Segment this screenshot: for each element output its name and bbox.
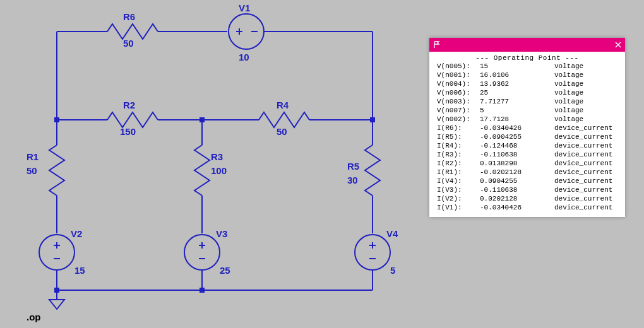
label-V2-name: V2 <box>71 228 82 239</box>
op-row: I(R2):0.0138298device_current <box>434 159 620 168</box>
op-row: V(n004):13.9362voltage <box>434 79 620 88</box>
label-R4-name: R4 <box>277 100 289 110</box>
svg-rect-41 <box>200 288 205 293</box>
label-V3-name: V3 <box>216 228 227 239</box>
label-V4-value: 5 <box>390 265 395 276</box>
op-window[interactable]: --- Operating Point --- V(n005):15voltag… <box>429 38 625 217</box>
svg-marker-36 <box>49 300 64 309</box>
label-R6-name: R6 <box>123 11 135 22</box>
op-row: I(R6):-0.0340426device_current <box>434 124 620 132</box>
label-V3-value: 25 <box>220 265 230 276</box>
close-icon[interactable] <box>615 42 621 48</box>
op-row: I(V2):0.0202128device_current <box>434 194 620 203</box>
label-R2-name: R2 <box>123 100 135 110</box>
label-V4-name: V4 <box>386 228 398 239</box>
op-row: I(V3):-0.110638device_current <box>434 185 620 194</box>
svg-point-15 <box>39 235 75 270</box>
label-V1-value: 10 <box>239 52 249 62</box>
svg-point-29 <box>355 235 390 270</box>
op-row: V(n007):5voltage <box>434 106 620 115</box>
op-row: V(n006):25voltage <box>434 88 620 97</box>
label-R5-value: 30 <box>347 175 358 185</box>
op-row: V(n003):7.71277voltage <box>434 97 620 106</box>
op-row: I(V1):-0.0340426device_current <box>434 203 620 212</box>
label-R5-name: R5 <box>347 161 359 172</box>
label-R3-name: R3 <box>211 151 223 162</box>
svg-rect-38 <box>200 117 205 122</box>
op-row: I(R5):-0.0904255device_current <box>434 132 620 141</box>
op-row: I(V4):0.0904255device_current <box>434 177 620 185</box>
label-R1-value: 50 <box>27 165 37 176</box>
svg-rect-40 <box>54 288 59 293</box>
label-R1-name: R1 <box>27 151 39 162</box>
op-row: V(n005):15voltage <box>434 62 620 71</box>
spice-directive[interactable]: .op <box>27 312 41 322</box>
op-row: I(R4):-0.124468device_current <box>434 141 620 150</box>
label-R3-value: 100 <box>211 165 227 176</box>
label-R4-value: 50 <box>277 126 287 137</box>
svg-rect-37 <box>54 117 59 122</box>
op-row: I(R3):-0.110638device_current <box>434 150 620 159</box>
op-row: V(n002):17.7128voltage <box>434 115 620 124</box>
op-window-header: --- Operating Point --- <box>434 54 620 62</box>
label-V1-name: V1 <box>239 3 250 13</box>
op-table: V(n005):15voltageV(n001):16.0106voltageV… <box>434 62 620 212</box>
canvas: R6 50 V1 10 R2 150 R4 50 R1 50 R3 100 R5… <box>0 0 644 328</box>
label-V2-value: 15 <box>75 265 85 276</box>
svg-point-2 <box>229 14 264 49</box>
label-R2-value: 150 <box>120 126 136 137</box>
op-row: I(R1):-0.0202128device_current <box>434 168 620 177</box>
op-window-titlebar[interactable] <box>429 38 625 52</box>
svg-rect-39 <box>370 117 375 122</box>
svg-point-22 <box>184 235 220 270</box>
schematic[interactable] <box>0 0 429 328</box>
op-window-body: --- Operating Point --- V(n005):15voltag… <box>429 52 625 217</box>
op-row: V(n001):16.0106voltage <box>434 71 620 79</box>
label-R6-value: 50 <box>123 38 134 49</box>
flag-icon <box>433 41 441 49</box>
